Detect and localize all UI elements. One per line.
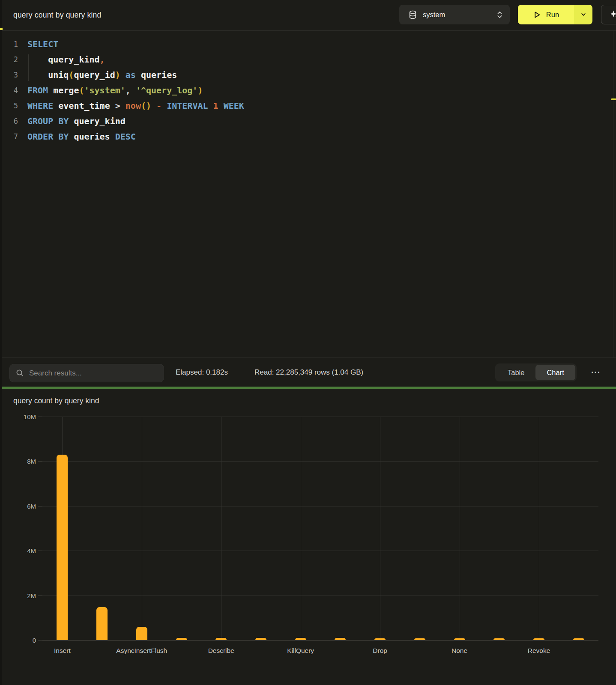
run-button[interactable]: Run: [518, 5, 574, 24]
editor-scrollbar-track[interactable]: [613, 31, 613, 357]
sparkle-icon: [609, 9, 616, 20]
code-token: [120, 70, 126, 80]
code-token: (): [141, 101, 151, 111]
x-axis-label: Revoke: [528, 647, 550, 655]
chart-panel: query count by query kind 02M4M6M8M10M I…: [0, 389, 616, 685]
y-axis-labels: 02M4M6M8M10M: [0, 417, 36, 640]
run-button-label: Run: [546, 11, 559, 19]
format-query-button[interactable]: [601, 5, 616, 24]
sql-console-page: { "header": { "title": "query count by q…: [0, 0, 616, 685]
v-gridline: [460, 417, 460, 640]
code-token: [110, 131, 115, 142]
code-token: WHERE: [27, 101, 53, 111]
axis-tick: [38, 640, 42, 640]
code-token: SELECT: [27, 39, 58, 49]
chart-category-cell: Insert: [42, 417, 82, 640]
code-token: (: [69, 70, 74, 80]
code-token: queries: [74, 131, 110, 142]
code-token: ORDER BY: [27, 131, 69, 142]
view-toggle: Table Chart: [495, 363, 577, 381]
run-options-button[interactable]: [574, 5, 592, 24]
y-axis-label: 10M: [24, 413, 36, 420]
database-icon: [409, 10, 417, 19]
code-line: 1SELECT: [0, 36, 616, 52]
chart-category-cell: [161, 417, 201, 640]
code-text: FROM merge('system', '^query_log'): [27, 83, 203, 98]
code-text: GROUP BY query_kind: [27, 113, 126, 129]
x-axis-label: AsyncInsertFlush: [116, 647, 167, 655]
code-token: uniq: [48, 70, 69, 80]
code-token: ,: [126, 85, 136, 95]
code-token: [48, 85, 53, 95]
line-number: 1: [0, 36, 18, 52]
code-text: uniq(query_id) as queries: [27, 67, 177, 83]
code-line: 6GROUP BY query_kind: [0, 113, 616, 129]
x-axis-label: Insert: [54, 647, 71, 655]
run-button-group: Run: [518, 5, 592, 24]
code-token: [151, 101, 156, 111]
code-token: (: [79, 85, 84, 95]
axis-tick: [38, 461, 42, 462]
code-token: [27, 54, 48, 65]
code-token: [218, 101, 224, 111]
bar-Insert[interactable]: [57, 455, 68, 640]
code-token: ): [197, 85, 203, 95]
code-text: SELECT: [27, 36, 58, 52]
v-gridline: [301, 417, 301, 640]
chart-category-cell: [400, 417, 440, 640]
chart-category-cell: [82, 417, 122, 640]
code-line: 4FROM merge('system', '^query_log'): [0, 83, 616, 98]
code-line: 5WHERE event_time > now() - INTERVAL 1 W…: [0, 98, 616, 113]
query-header: query count by query kind system Run: [0, 0, 616, 31]
axis-tick: [38, 551, 42, 551]
x-axis-label: Drop: [373, 647, 387, 655]
chart-category-cell: [320, 417, 360, 640]
code-token: ,: [100, 54, 105, 65]
v-gridline: [142, 417, 142, 640]
code-token: FROM: [27, 85, 48, 95]
chart-category-cell: Revoke: [519, 417, 559, 640]
v-gridline: [380, 417, 380, 640]
code-token: query_kind: [74, 116, 125, 126]
chart-plot: InsertAsyncInsertFlushDescribeKillQueryD…: [42, 417, 598, 640]
indent-guide: [28, 54, 29, 81]
x-axis-label: Describe: [208, 647, 234, 655]
code-token: [27, 70, 48, 80]
bar-AsyncInsertFlush[interactable]: [136, 627, 147, 640]
code-token: >: [110, 101, 126, 111]
ellipsis-icon: ···: [591, 368, 601, 377]
code-text: ORDER BY queries DESC: [27, 129, 136, 144]
code-text: query_kind,: [27, 52, 105, 67]
code-token: [69, 116, 74, 126]
line-number: 6: [0, 113, 18, 129]
database-selector[interactable]: system: [399, 5, 510, 24]
tab-accent-marker: [0, 28, 3, 30]
code-token: [161, 101, 167, 111]
chart-category-cell: AsyncInsertFlush: [122, 417, 161, 640]
bar-unlabeled-1[interactable]: [96, 607, 108, 640]
code-token: 1: [213, 101, 218, 111]
y-axis-label: 8M: [27, 458, 36, 465]
code-line: 7ORDER BY queries DESC: [0, 129, 616, 144]
code-token: WEEK: [224, 101, 244, 111]
window-left-edge: [0, 0, 2, 685]
axis-tick: [38, 596, 42, 596]
code-text: WHERE event_time > now() - INTERVAL 1 WE…: [27, 98, 244, 113]
more-options-button[interactable]: ···: [589, 363, 602, 381]
read-stat: Read: 22,285,349 rows (1.04 GB): [254, 358, 363, 387]
x-axis-label: KillQuery: [287, 647, 314, 655]
line-number: 3: [0, 67, 18, 83]
elapsed-stat: Elapsed: 0.182s: [176, 358, 228, 387]
search-box[interactable]: [9, 364, 164, 382]
code-token: queries: [141, 70, 177, 80]
tab-chart[interactable]: Chart: [535, 365, 575, 380]
search-input[interactable]: [29, 369, 158, 378]
sql-editor[interactable]: 1SELECT2 query_kind,3 uniq(query_id) as …: [0, 31, 616, 357]
tab-table[interactable]: Table: [496, 365, 535, 380]
code-token: query_id: [74, 70, 115, 80]
code-token: ): [115, 70, 120, 80]
code-token: [69, 131, 74, 142]
y-axis-label: 2M: [27, 592, 36, 599]
results-toolbar: Elapsed: 0.182s Read: 22,285,349 rows (1…: [0, 357, 616, 387]
search-icon: [16, 369, 24, 377]
